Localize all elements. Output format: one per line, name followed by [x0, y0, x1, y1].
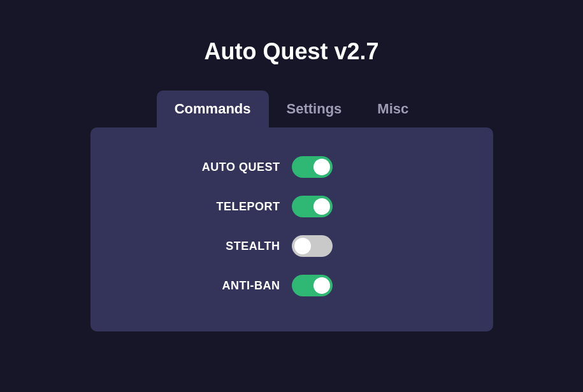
toggle-knob: [294, 238, 311, 254]
toggle-stealth[interactable]: [292, 235, 333, 257]
tab-commands-label: Commands: [175, 101, 251, 117]
row-auto-quest: AUTO QUEST: [164, 156, 419, 178]
commands-panel: AUTO QUEST TELEPORT STEALTH ANTI-BAN: [90, 127, 493, 331]
toggle-knob: [313, 159, 330, 175]
toggle-knob: [313, 198, 330, 215]
toggle-anti-ban[interactable]: [292, 275, 333, 296]
toggle-auto-quest[interactable]: [292, 156, 333, 178]
tab-misc-label: Misc: [377, 101, 408, 117]
tabs-bar: Commands Settings Misc: [157, 91, 427, 127]
label-stealth: STEALTH: [164, 240, 292, 253]
tab-commands[interactable]: Commands: [157, 91, 269, 127]
row-anti-ban: ANTI-BAN: [164, 275, 419, 296]
tab-settings[interactable]: Settings: [269, 91, 360, 127]
tab-misc[interactable]: Misc: [359, 91, 426, 127]
toggle-teleport[interactable]: [292, 196, 333, 217]
label-auto-quest: AUTO QUEST: [164, 161, 292, 174]
tab-settings-label: Settings: [287, 101, 342, 117]
label-teleport: TELEPORT: [164, 200, 292, 214]
row-stealth: STEALTH: [164, 235, 419, 257]
row-teleport: TELEPORT: [164, 196, 419, 217]
toggle-knob: [313, 277, 330, 294]
label-anti-ban: ANTI-BAN: [164, 279, 292, 293]
app-title: Auto Quest v2.7: [204, 38, 378, 65]
